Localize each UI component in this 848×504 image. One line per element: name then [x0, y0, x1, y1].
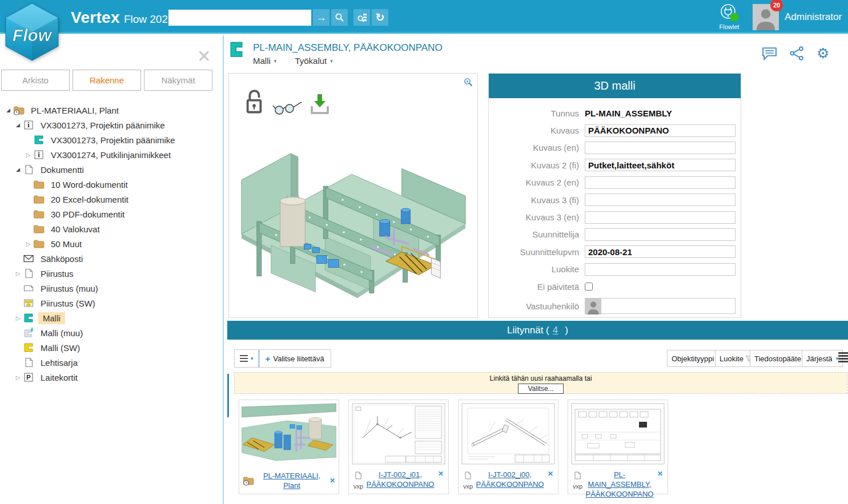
field-input-luokite[interactable] — [585, 263, 736, 276]
caret-collapsed-icon[interactable]: ▷ — [13, 271, 23, 277]
tab-nakymat[interactable]: Näkymät — [144, 70, 212, 91]
document-icon — [463, 470, 472, 481]
attachment-link[interactable]: PL-MATERIAALI, Plant — [254, 471, 329, 490]
menu-tyokalut[interactable]: Työkalut ▾ — [295, 56, 332, 66]
sort-button[interactable]: Järjestä ▾ — [802, 350, 843, 367]
attachment-thumbnail-image[interactable] — [570, 402, 665, 465]
field-label-vastuuhenkilo: Vastuuhenkilö — [489, 301, 579, 311]
folder-clock-icon — [13, 104, 25, 116]
caret-collapsed-icon[interactable]: ▷ — [23, 241, 33, 247]
tree-item[interactable]: Malli (muu) — [0, 325, 222, 340]
title-actions: ⚙ — [762, 46, 832, 61]
tree-item[interactable]: 40 Valokuvat — [0, 221, 222, 236]
field-input-kuvaus2-en[interactable] — [585, 176, 736, 189]
tree-item[interactable]: ▷ VX3001274, Putkilinjanimikkeet — [0, 147, 222, 162]
field-input-kuvaus3-en[interactable] — [585, 211, 736, 224]
tree-item[interactable]: ▷ 50 Muut — [0, 236, 222, 251]
file-extension: vxp — [463, 483, 473, 490]
sidebar-close-button[interactable]: ✕ — [197, 48, 211, 65]
attachment-thumbnail-image[interactable] — [242, 402, 336, 465]
tree-item[interactable]: Lehtisarja — [0, 355, 222, 370]
tree-item[interactable]: 10 Word-dokumentit — [0, 177, 222, 192]
field-input-kuvaus3-fi[interactable] — [585, 193, 736, 206]
download-icon[interactable] — [310, 92, 329, 115]
3d-model-preview-image[interactable] — [231, 125, 476, 315]
tree-item[interactable]: 20 Excel-dokumentit — [0, 192, 222, 207]
field-input-suunnittelupvm[interactable] — [585, 245, 736, 258]
document-icon — [573, 470, 582, 481]
chevron-down-icon: ▾ — [251, 356, 254, 361]
user-menu[interactable]: Administrator — [785, 11, 842, 23]
attachment-link[interactable]: PÄÄKOKOONPANO — [366, 479, 435, 489]
attachment-thumbnail-image[interactable] — [351, 402, 446, 465]
menu-malli[interactable]: Malli ▾ — [253, 56, 276, 66]
tree-item[interactable]: Piirustus (muu) — [0, 281, 222, 296]
field-input-suunnittelija[interactable] — [585, 228, 736, 241]
comment-button[interactable] — [762, 46, 777, 61]
field-label-kuvaus: Kuvaus — [489, 126, 579, 135]
tree-item[interactable]: ◢ VX3001273, Projektin päänimike — [0, 118, 222, 132]
settings-gear-button[interactable]: ⚙ — [817, 46, 832, 61]
field-input-kuvaus[interactable] — [585, 124, 736, 137]
global-search: → ↻ — [168, 9, 388, 26]
attachments-count-link[interactable]: 4 — [553, 325, 558, 336]
field-input-kuvaus2-fi[interactable] — [585, 159, 736, 171]
tree-item[interactable]: ◢ PL-MATERIAALI, Plant — [0, 103, 222, 118]
checkbox-ei-paiviteta[interactable] — [585, 283, 593, 291]
tree-item-malli[interactable]: ▷ Malli — [0, 311, 222, 325]
field-input-kuvaus-en[interactable] — [585, 142, 736, 154]
attachment-thumbnail-image[interactable] — [461, 402, 556, 465]
remove-attachment-icon[interactable]: ✕ — [329, 477, 335, 485]
attachments-header-suffix: ) — [565, 325, 568, 336]
tree-item[interactable]: 30 PDF-dokumentit — [0, 207, 222, 221]
dropzone-select-button[interactable]: Valitse... — [518, 384, 563, 394]
global-search-input[interactable] — [168, 10, 311, 26]
search-button[interactable] — [331, 9, 348, 26]
model-icon — [33, 134, 45, 146]
zoom-icon[interactable] — [464, 78, 473, 87]
caret-collapsed-icon[interactable]: ▷ — [13, 315, 23, 321]
add-attachment-button[interactable]: + Valitse liitettävä — [259, 350, 331, 367]
field-label-suunnittelija: Suunnittelija — [489, 229, 579, 239]
search-go-button[interactable]: → — [313, 9, 329, 26]
caret-collapsed-icon[interactable]: ▷ — [13, 374, 23, 381]
brand-suffix: Flow 2025 — [124, 13, 174, 25]
tree-item[interactable]: Sähköposti — [0, 251, 222, 266]
search-refresh-button[interactable]: ↻ — [372, 9, 388, 26]
tree-item[interactable]: ◢ Dokumentti — [0, 162, 222, 177]
list-options-icon[interactable] — [838, 352, 848, 362]
attachment-link[interactable]: PÄÄKOKOONPANO — [585, 489, 654, 499]
attachment-link[interactable]: I-JT-002_i01, — [366, 470, 435, 479]
share-button[interactable] — [789, 46, 805, 61]
sidebar: ✕ Arkisto Rakenne Näkymät ◢ PL-MATERIAAL… — [0, 35, 223, 504]
tab-rakenne[interactable]: Rakenne — [73, 70, 141, 91]
flowlet-button[interactable]: Flowlet — [713, 3, 745, 30]
caret-expanded-icon[interactable]: ◢ — [3, 107, 13, 113]
advanced-search-button[interactable] — [353, 9, 370, 26]
caret-expanded-icon[interactable]: ◢ — [13, 167, 23, 172]
tree-item[interactable]: ▷ Piirustus — [0, 266, 222, 281]
glasses-icon[interactable] — [272, 99, 303, 115]
attachments-header-prefix: Liitynnät ( — [507, 325, 549, 336]
tree-item[interactable]: Piirustus (SW) — [0, 296, 222, 311]
list-view-menu-button[interactable]: ▾ — [235, 350, 259, 367]
remove-attachment-icon[interactable]: ✕ — [548, 470, 553, 478]
flowlet-plug-icon — [718, 3, 740, 22]
remove-attachment-icon[interactable]: ✕ — [657, 470, 663, 478]
sidebar-tabs: Arkisto Rakenne Näkymät — [1, 70, 215, 91]
tree-item[interactable]: Malli (SW) — [0, 340, 222, 355]
unlocked-icon[interactable] — [244, 88, 264, 115]
tree-item[interactable]: VX3001273, Projektin päänimike — [0, 132, 222, 147]
link-dropzone[interactable]: Linkitä tähän uusi raahaamalla tai Valit… — [234, 372, 847, 394]
tree-item[interactable]: ▷ Laitekortit — [0, 370, 222, 385]
caret-collapsed-icon[interactable]: ▷ — [23, 152, 33, 158]
caret-expanded-icon[interactable]: ◢ — [13, 122, 23, 128]
scroll-indicator[interactable] — [227, 374, 229, 417]
attachment-link[interactable]: PL-MAIN_ASSEMBLY, — [585, 470, 654, 489]
attachment-link[interactable]: I-JT-002_i00, — [476, 470, 544, 479]
tab-arkisto[interactable]: Arkisto — [1, 70, 70, 91]
field-input-vastuuhenkilo[interactable] — [585, 298, 736, 314]
attachment-link[interactable]: PÄÄKOKOONPANO — [476, 479, 544, 489]
selected-tree-label: Malli — [38, 312, 65, 324]
remove-attachment-icon[interactable]: ✕ — [438, 470, 444, 478]
